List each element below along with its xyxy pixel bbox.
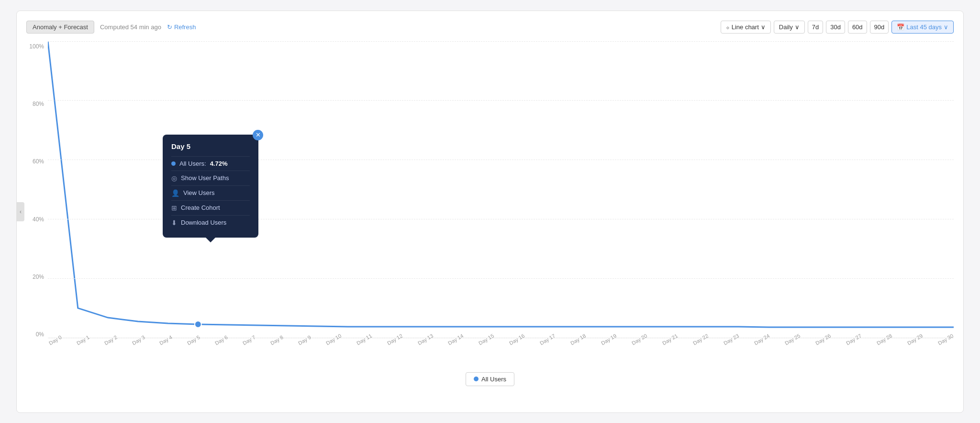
- grid-line-0: [48, 338, 954, 338]
- tooltip-title: Day 5: [171, 142, 250, 150]
- create-cohort-label: Create Cohort: [181, 204, 220, 211]
- view-users-label: View Users: [183, 189, 215, 196]
- y-axis: 100% 80% 60% 40% 20% 0%: [26, 41, 48, 338]
- y-label-80: 80%: [33, 101, 44, 107]
- tooltip-arrow: [206, 238, 215, 242]
- download-icon: ⬇: [171, 219, 177, 227]
- tooltip-dot: [171, 161, 176, 166]
- calendar-icon: 📅: [897, 23, 904, 31]
- tooltip-download-users[interactable]: ⬇ Download Users: [171, 215, 250, 230]
- tooltip-view-users[interactable]: 👤 View Users: [171, 185, 250, 200]
- grid-line-20: [48, 278, 954, 279]
- eye-icon: ◎: [171, 174, 177, 182]
- period-7d-button[interactable]: 7d: [808, 21, 823, 34]
- toolbar: Anomaly + Forecast Computed 54 min ago R…: [26, 21, 954, 34]
- download-users-label: Download Users: [181, 219, 226, 226]
- toolbar-left: Anomaly + Forecast Computed 54 min ago R…: [26, 21, 196, 34]
- tooltip-all-users-value: 4.72%: [210, 160, 228, 167]
- grid-line-80: [48, 100, 954, 101]
- period-last45d-button[interactable]: 📅 Last 45 days ∨: [891, 21, 954, 34]
- granularity-label: Daily: [779, 23, 793, 31]
- legend-label: All Users: [481, 376, 506, 383]
- granularity-chevron: ∨: [795, 23, 800, 31]
- legend-dot: [474, 377, 479, 381]
- show-user-paths-label: Show User Paths: [181, 174, 229, 182]
- toolbar-right: ⬦ Line chart ∨ Daily ∨ 7d 30d 60d 90d 📅 …: [721, 21, 954, 34]
- chart-type-chevron: ∨: [761, 23, 766, 31]
- chevron-left-icon: ‹: [20, 208, 22, 215]
- grid-line-100: [48, 41, 954, 42]
- y-label-100: 100%: [29, 43, 44, 50]
- tooltip-all-users-row: All Users: 4.72%: [171, 156, 250, 171]
- chart-container: Anomaly + Forecast Computed 54 min ago R…: [16, 11, 964, 413]
- active-period-label: Last 45 days: [906, 23, 942, 31]
- period-60d-button[interactable]: 60d: [848, 21, 867, 34]
- anomaly-forecast-button[interactable]: Anomaly + Forecast: [26, 21, 94, 34]
- chart-area: 100% 80% 60% 40% 20% 0%: [26, 41, 954, 386]
- computed-text: Computed 54 min ago: [100, 23, 161, 31]
- refresh-icon: [167, 23, 172, 31]
- y-label-40: 40%: [33, 216, 44, 223]
- tooltip-show-user-paths[interactable]: ◎ Show User Paths: [171, 171, 250, 185]
- y-label-0: 0%: [36, 331, 44, 338]
- period-90d-button[interactable]: 90d: [870, 21, 889, 34]
- granularity-button[interactable]: Daily ∨: [774, 21, 805, 34]
- y-label-20: 20%: [33, 274, 44, 280]
- chart-type-label: Line chart: [732, 23, 759, 31]
- line-chart-icon: ⬦: [726, 23, 730, 31]
- chart-type-button[interactable]: ⬦ Line chart ∨: [721, 21, 771, 34]
- tooltip: ✕ Day 5 All Users: 4.72% ◎ Show User Pat…: [163, 135, 258, 238]
- legend-all-users: All Users: [466, 372, 514, 386]
- sidebar-toggle-button[interactable]: ‹: [17, 202, 24, 221]
- refresh-label: Refresh: [174, 23, 196, 31]
- period-chevron: ∨: [944, 23, 948, 31]
- period-30d-button[interactable]: 30d: [826, 21, 845, 34]
- refresh-button[interactable]: Refresh: [167, 23, 196, 31]
- tooltip-close-button[interactable]: ✕: [253, 130, 263, 140]
- data-point-day5[interactable]: [195, 321, 201, 328]
- x-axis: Day 0Day 1Day 2Day 3Day 4Day 5Day 6Day 7…: [48, 339, 954, 347]
- tooltip-all-users-label: All Users:: [179, 160, 206, 167]
- y-label-60: 60%: [33, 158, 44, 165]
- cohort-icon: ⊞: [171, 204, 177, 212]
- user-icon: 👤: [171, 189, 179, 197]
- tooltip-create-cohort[interactable]: ⊞ Create Cohort: [171, 200, 250, 215]
- legend-area: All Users: [26, 372, 954, 386]
- chart-inner: ✕ Day 5 All Users: 4.72% ◎ Show User Pat…: [48, 41, 954, 338]
